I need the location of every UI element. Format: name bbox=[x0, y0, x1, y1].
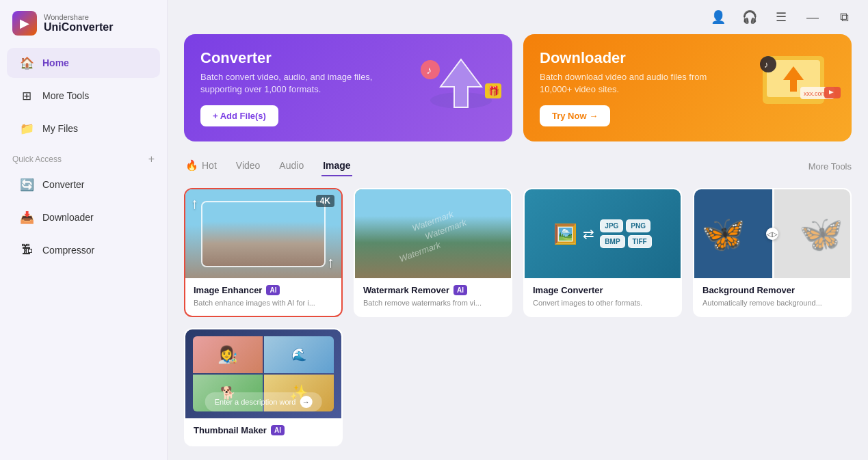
my-files-icon: 📁 bbox=[19, 121, 34, 136]
downloader-banner-desc: Batch download video and audio files fro… bbox=[540, 71, 718, 96]
fire-icon: 🔥 bbox=[185, 159, 198, 172]
slider-handle: ◁▷ bbox=[766, 228, 778, 240]
ai-badge-enhancer: AI bbox=[266, 285, 280, 295]
menu-icon[interactable]: ☰ bbox=[771, 7, 791, 27]
background-remover-info: Background Remover Automatically remove … bbox=[694, 278, 850, 315]
more-tools-tab-link[interactable]: More Tools bbox=[808, 161, 852, 172]
quick-access-header: Quick Access + bbox=[0, 145, 167, 168]
arrow-up-left-icon: ↑ bbox=[191, 195, 198, 213]
sidebar-item-home-label: Home bbox=[42, 57, 69, 68]
topbar: 👤 🎧 ☰ — ⧉ bbox=[168, 0, 868, 34]
image-enhancer-desc: Batch enhance images with AI for i... bbox=[194, 298, 333, 308]
image-converter-desc: Convert images to other formats. bbox=[533, 298, 672, 308]
tab-hot[interactable]: 🔥 Hot bbox=[184, 155, 218, 177]
tool-card-background-remover[interactable]: 🦋 ◁▷ 🦋 Background Remover Automatically … bbox=[693, 188, 852, 316]
sidebar-item-compressor[interactable]: 🗜 Compressor bbox=[7, 235, 160, 265]
image-icon: 🖼️ bbox=[553, 223, 577, 245]
headset-icon[interactable]: 🎧 bbox=[739, 7, 760, 27]
background-remover-title-row: Background Remover bbox=[702, 285, 842, 295]
tab-audio[interactable]: Audio bbox=[278, 156, 305, 176]
quick-access-add-button[interactable]: + bbox=[148, 153, 155, 165]
butterfly-left-icon: 🦋 bbox=[701, 213, 746, 255]
image-enhancer-info: Image Enhancer AI Batch enhance images w… bbox=[185, 278, 341, 315]
tabs-row: 🔥 Hot Video Audio Image More Tools bbox=[184, 155, 852, 177]
jpg-badge: JPG bbox=[600, 219, 623, 232]
try-now-button[interactable]: Try Now → bbox=[540, 105, 610, 126]
thumbnail-maker-thumb: 👩‍🎨 🌊 🐕 ✨ Enter a description word → bbox=[185, 329, 341, 418]
image-enhancer-title-row: Image Enhancer AI bbox=[194, 285, 333, 295]
watermark-remover-info: Watermark Remover AI Batch remove waterm… bbox=[355, 278, 511, 315]
tool-card-image-enhancer[interactable]: ↑ ↑ 4K Image Enhancer AI Batch enhance i… bbox=[184, 188, 343, 316]
ai-badge-watermark: AI bbox=[453, 285, 467, 295]
sidebar-item-more-tools[interactable]: ⊞ More Tools bbox=[7, 81, 160, 111]
collage-cell-1: 👩‍🎨 bbox=[193, 336, 263, 373]
brand-name: Wondershare bbox=[44, 13, 113, 21]
background-remover-thumb: 🦋 ◁▷ 🦋 bbox=[694, 189, 850, 278]
tool-card-thumbnail-maker[interactable]: 👩‍🎨 🌊 🐕 ✨ Enter a description word → Thu… bbox=[184, 328, 343, 446]
app-logo-icon: ▶ bbox=[12, 11, 37, 36]
user-icon[interactable]: 👤 bbox=[708, 7, 728, 27]
tool-card-watermark-remover[interactable]: Watermark Watermark Watermark Watermark … bbox=[354, 188, 512, 316]
converter-banner[interactable]: Converter Batch convert video, audio, an… bbox=[184, 34, 512, 141]
image-enhancer-title: Image Enhancer bbox=[194, 285, 262, 295]
converter-banner-art: ♪ 🎁 bbox=[417, 49, 505, 127]
format-row-2: BMP TIFF bbox=[600, 235, 651, 248]
thumbnail-maker-title: Thumbnail Maker bbox=[194, 425, 267, 435]
tab-video[interactable]: Video bbox=[235, 156, 262, 176]
svg-text:♪: ♪ bbox=[426, 64, 432, 76]
bmp-badge: BMP bbox=[600, 235, 624, 248]
downloader-banner-art: xxx.com ♪ bbox=[742, 49, 845, 127]
enhancer-preview bbox=[201, 201, 326, 268]
watermark-text-3: Watermark bbox=[398, 239, 443, 264]
logo-area: ▶ Wondershare UniConverter bbox=[0, 0, 167, 46]
convert-arrow-icon: ⇄ bbox=[583, 226, 594, 242]
image-converter-title-row: Image Converter bbox=[533, 285, 672, 295]
ai-badge-thumbnail: AI bbox=[271, 425, 285, 435]
enter-description-button[interactable]: Enter a description word → bbox=[205, 392, 322, 411]
tiff-badge: TIFF bbox=[628, 235, 652, 248]
banner-area: Converter Batch convert video, audio, an… bbox=[184, 34, 852, 141]
background-remover-title: Background Remover bbox=[702, 285, 795, 295]
enter-description-label: Enter a description word bbox=[215, 398, 296, 406]
image-converter-info: Image Converter Convert images to other … bbox=[525, 278, 681, 315]
quick-access-label: Quick Access bbox=[12, 154, 62, 164]
downloader-banner[interactable]: Downloader Batch download video and audi… bbox=[523, 34, 852, 141]
sidebar-item-compressor-label: Compressor bbox=[42, 245, 94, 256]
image-enhancer-thumb: ↑ ↑ 4K bbox=[185, 189, 341, 278]
4k-badge: 4K bbox=[316, 195, 334, 207]
sidebar-item-more-tools-label: More Tools bbox=[42, 90, 89, 101]
restore-icon[interactable]: ⧉ bbox=[834, 7, 854, 27]
svg-text:xxx.com: xxx.com bbox=[804, 90, 826, 97]
sidebar-item-converter-label: Converter bbox=[42, 179, 84, 190]
background-remover-desc: Automatically remove background... bbox=[702, 298, 842, 308]
content-area: Converter Batch convert video, audio, an… bbox=[168, 34, 868, 460]
sidebar-item-home[interactable]: 🏠 Home bbox=[7, 48, 160, 78]
format-row-1: JPG PNG bbox=[600, 219, 651, 232]
product-name: UniConverter bbox=[44, 21, 113, 33]
add-files-button[interactable]: + Add File(s) bbox=[200, 105, 278, 126]
home-icon: 🏠 bbox=[19, 55, 34, 70]
converter-banner-desc: Batch convert video, audio, and image fi… bbox=[200, 71, 378, 96]
compressor-icon: 🗜 bbox=[19, 243, 34, 258]
butterfly-right-icon: 🦋 bbox=[799, 213, 843, 255]
watermark-remover-title-row: Watermark Remover AI bbox=[363, 285, 503, 295]
image-converter-title: Image Converter bbox=[533, 285, 603, 295]
tab-image[interactable]: Image bbox=[321, 156, 352, 176]
sidebar-item-my-files-label: My Files bbox=[42, 123, 78, 134]
format-badges: JPG PNG BMP TIFF bbox=[600, 219, 651, 248]
watermark-remover-thumb: Watermark Watermark Watermark bbox=[355, 189, 511, 278]
tool-card-image-converter[interactable]: 🖼️ ⇄ JPG PNG BMP TIFF bbox=[523, 188, 682, 316]
sidebar-item-converter[interactable]: 🔄 Converter bbox=[7, 170, 160, 200]
tool-cards-row2: 👩‍🎨 🌊 🐕 ✨ Enter a description word → Thu… bbox=[184, 328, 852, 446]
minimize-icon[interactable]: — bbox=[802, 7, 823, 27]
converter-icon: 🔄 bbox=[19, 177, 34, 192]
image-converter-thumb: 🖼️ ⇄ JPG PNG BMP TIFF bbox=[525, 189, 681, 278]
collage-cell-2: 🌊 bbox=[264, 336, 334, 373]
sidebar-item-downloader[interactable]: 📥 Downloader bbox=[7, 202, 160, 232]
thumbnail-maker-info: Thumbnail Maker AI bbox=[185, 418, 341, 445]
main-content: 👤 🎧 ☰ — ⧉ Converter Batch convert video,… bbox=[168, 0, 868, 460]
more-tools-icon: ⊞ bbox=[19, 88, 34, 103]
sidebar-item-my-files[interactable]: 📁 My Files bbox=[7, 113, 160, 144]
watermark-remover-desc: Batch remove watermarks from vi... bbox=[363, 298, 503, 308]
downloader-icon: 📥 bbox=[19, 210, 34, 225]
